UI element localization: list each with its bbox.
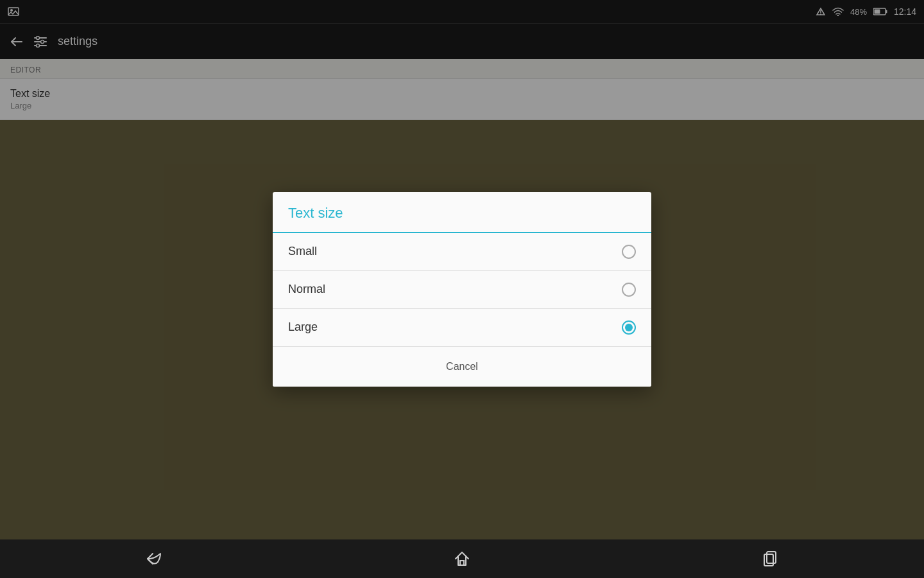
nav-home-button[interactable] [443,539,481,578]
dialog-actions: Cancel [273,347,651,387]
nav-back-icon [145,551,163,566]
option-small-label: Small [288,245,317,258]
dialog-overlay: Text size Small Normal Large Cancel [0,0,924,578]
option-normal[interactable]: Normal [273,271,651,309]
option-small[interactable]: Small [273,233,651,271]
option-normal-radio[interactable] [622,283,636,297]
option-normal-label: Normal [288,283,325,296]
option-large[interactable]: Large [273,309,651,347]
nav-home-icon [453,550,471,568]
nav-recents-icon [762,550,778,567]
option-small-radio[interactable] [622,245,636,259]
dialog-title: Text size [273,192,651,233]
option-large-radio[interactable] [622,320,636,335]
text-size-dialog: Text size Small Normal Large Cancel [273,192,651,387]
svg-rect-18 [767,552,776,563]
cancel-button[interactable]: Cancel [431,356,493,378]
bottom-navigation [0,539,924,578]
svg-rect-17 [764,554,773,566]
nav-recents-button[interactable] [751,539,789,578]
option-large-label: Large [288,320,318,334]
svg-rect-16 [460,561,464,565]
nav-back-button[interactable] [135,539,173,578]
